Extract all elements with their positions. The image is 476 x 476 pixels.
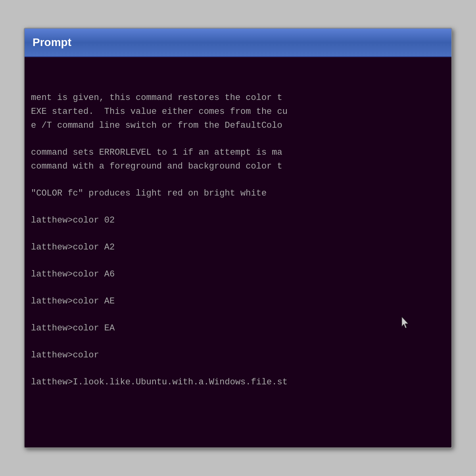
window-title: Prompt <box>33 36 71 49</box>
terminal-body[interactable]: ment is given, this command restores the… <box>25 57 451 447</box>
terminal-content: ment is given, this command restores the… <box>31 65 445 389</box>
cmd-window: Prompt ment is given, this command resto… <box>24 28 452 448</box>
svg-marker-0 <box>402 317 408 328</box>
title-bar: Prompt <box>25 29 451 57</box>
mouse-cursor-icon <box>400 316 410 330</box>
